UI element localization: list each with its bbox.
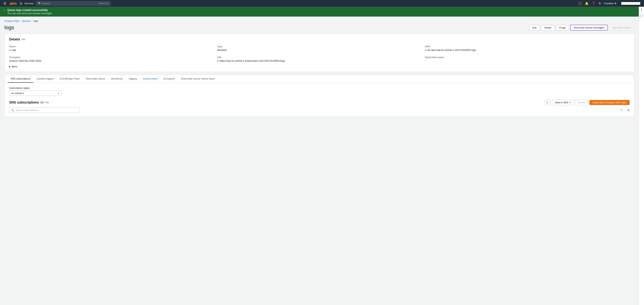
view-in-sns-button[interactable]: View in SNS ↗: [552, 100, 574, 105]
sns-actions: ↻ View in SNS ↗ Delete Subscribe to Amaz…: [544, 100, 630, 105]
tab-sns-subscriptions[interactable]: SNS subscriptions: [8, 75, 33, 83]
delete-button[interactable]: Delete: [541, 25, 555, 30]
detail-name: Name ⧉ logs: [9, 45, 214, 51]
region-selector[interactable]: Frankfurt ▼: [604, 2, 617, 5]
right-sidebar: ℹ 🕐: [639, 7, 644, 120]
search-subscriptions-input[interactable]: [16, 109, 78, 112]
sidebar-toggle[interactable]: ☰: [2, 0, 8, 7]
breadcrumb-current: logs: [34, 19, 38, 22]
search-icon: 🔍: [38, 2, 41, 5]
arn-value: arn:aws:sqs:eu-central-1:143176219551:lo…: [428, 49, 476, 51]
tab-encryption[interactable]: Encryption: [160, 75, 178, 83]
dlq-value-row: -: [425, 59, 630, 62]
pagination-settings-icon[interactable]: ⚙: [627, 109, 630, 112]
details-grid: Name ⧉ logs Type Standard ARN ⧉ arn:aws:…: [9, 45, 630, 62]
breadcrumb-amazon-sqs[interactable]: Amazon SQS: [4, 19, 19, 22]
more-arrow-icon: ▶: [9, 65, 10, 68]
subscription-region-select[interactable]: eu-central-1 us-east-1 us-west-2 ap-sout…: [9, 90, 61, 96]
pagination-prev-button[interactable]: ‹: [616, 108, 619, 112]
sns-section: SNS subscriptions (0) Info ↻ View in SNS…: [9, 100, 630, 113]
name-value-row: ⧉ logs: [9, 49, 214, 51]
breadcrumb-sep-1: ›: [20, 19, 21, 22]
sns-search-row: 🔍 ‹ 1 › ⚙: [9, 107, 630, 113]
copy-url-icon[interactable]: ⧉: [217, 60, 218, 62]
tab-tagging[interactable]: Tagging: [126, 75, 140, 83]
detail-url: URL ⧉ https://sqs.eu-central-1.amazonaws…: [217, 56, 422, 62]
send-receive-button[interactable]: Send and receive messages: [570, 25, 608, 30]
purge-button[interactable]: Purge: [556, 25, 569, 30]
search-subscriptions-icon: 🔍: [11, 109, 14, 112]
nav-right: ⬛ 🔔 ❓ ⚙ Frankfurt ▼ ████████████: [578, 2, 642, 5]
sns-section-title: SNS subscriptions: [9, 101, 39, 104]
copy-arn-icon[interactable]: ⧉: [425, 49, 426, 51]
services-button[interactable]: Services: [24, 2, 34, 5]
banner-subtitle: You can now send and receive messages.: [7, 12, 52, 15]
grid-icon[interactable]: ⊞: [20, 2, 22, 5]
copy-name-icon[interactable]: ⧉: [9, 49, 11, 51]
url-label: URL: [217, 56, 422, 59]
sns-info-badge[interactable]: Info: [45, 101, 49, 104]
pagination-next-button[interactable]: ›: [623, 108, 626, 112]
type-label: Type: [217, 45, 422, 48]
top-navigation: ☰ aws ⊞ Services 🔍 [Option+S] ⬛ 🔔 ❓ ⚙ Fr…: [0, 0, 644, 7]
tab-dlq-redrive-tasks[interactable]: Dead-letter queue redrive tasks: [178, 75, 218, 83]
tab-dead-letter-queue[interactable]: Dead-letter queue: [83, 75, 108, 83]
sns-title: SNS subscriptions (0) Info: [9, 101, 49, 104]
sns-delete-button[interactable]: Delete: [575, 100, 588, 105]
external-link-icon: ↗: [569, 101, 571, 104]
name-label: Name: [9, 45, 214, 48]
search-input[interactable]: [42, 2, 98, 5]
tab-monitoring[interactable]: Monitoring: [108, 75, 126, 83]
search-subscriptions-box[interactable]: 🔍: [9, 107, 80, 113]
name-value: logs: [12, 49, 16, 51]
url-value: https://sqs.eu-central-1.amazonaws.com/1…: [220, 59, 285, 62]
check-icon: ✔: [3, 9, 6, 12]
banner-title: Queue logs created successfully: [7, 8, 52, 11]
detail-encryption: Encryption Amazon SQS key (SSE-SQS): [9, 56, 214, 62]
breadcrumb-queues[interactable]: Queues: [22, 19, 31, 22]
tabs-header: SNS subscriptions Lambda triggers EventB…: [5, 75, 634, 83]
dlq-value: -: [425, 59, 426, 62]
encryption-label: Encryption: [9, 56, 214, 59]
right-sidebar-clock-icon[interactable]: 🕐: [640, 14, 643, 17]
account-selector[interactable]: ████████████: [620, 2, 642, 5]
details-card: Details Info Name ⧉ logs Type Standard: [4, 33, 634, 72]
start-dlq-button[interactable]: Start DLQ redrive: [609, 25, 634, 30]
refresh-button[interactable]: ↻: [544, 100, 550, 105]
help-icon[interactable]: ❓: [592, 2, 595, 5]
terminal-icon[interactable]: ⬛: [578, 2, 582, 5]
details-title: Details: [9, 37, 20, 41]
tab-eventbridge-pipes[interactable]: EventBridge Pipes: [57, 75, 83, 83]
detail-dlq: Dead-letter queue -: [425, 56, 630, 62]
subscribe-button[interactable]: Subscribe to Amazon SNS topic: [590, 100, 630, 105]
aws-logo: aws: [10, 1, 17, 5]
search-bar[interactable]: 🔍 [Option+S]: [36, 1, 110, 5]
tab-access-policy[interactable]: Access policy: [140, 75, 160, 83]
more-label: More: [12, 65, 17, 68]
arn-label: ARN: [425, 45, 630, 48]
details-info-badge[interactable]: Info: [22, 38, 25, 41]
right-sidebar-top-icon[interactable]: ℹ: [641, 8, 642, 11]
arn-value-row: ⧉ arn:aws:sqs:eu-central-1:143176219551:…: [425, 49, 630, 51]
pagination-page-number: 1: [620, 109, 622, 112]
page-header: logs Edit Delete Purge Send and receive …: [4, 24, 634, 30]
tabs-container: SNS subscriptions Lambda triggers EventB…: [4, 75, 634, 117]
settings-icon[interactable]: ⚙: [598, 2, 601, 5]
subscription-region-label: Subscription region: [9, 87, 630, 89]
sns-count: (0): [40, 101, 44, 104]
sns-header: SNS subscriptions (0) Info ↻ View in SNS…: [9, 100, 630, 105]
more-section[interactable]: ▶ More: [9, 65, 630, 68]
encryption-value-row: Amazon SQS key (SSE-SQS): [9, 59, 214, 62]
detail-arn: ARN ⧉ arn:aws:sqs:eu-central-1:143176219…: [425, 45, 630, 51]
main-content: Amazon SQS › Queues › logs logs Edit Del…: [0, 16, 639, 120]
tab-lambda-triggers[interactable]: Lambda triggers: [33, 75, 57, 83]
view-sns-label: View in SNS: [555, 101, 568, 104]
subscription-region-select-wrapper[interactable]: eu-central-1 us-east-1 us-west-2 ap-sout…: [9, 90, 61, 96]
breadcrumb: Amazon SQS › Queues › logs: [4, 19, 634, 22]
bell-icon[interactable]: 🔔: [585, 2, 589, 5]
detail-type: Type Standard: [217, 45, 422, 51]
page-title: logs: [4, 24, 14, 30]
url-value-row: ⧉ https://sqs.eu-central-1.amazonaws.com…: [217, 59, 422, 62]
tab-content: Subscription region eu-central-1 us-east…: [5, 83, 634, 117]
edit-button[interactable]: Edit: [529, 25, 540, 30]
